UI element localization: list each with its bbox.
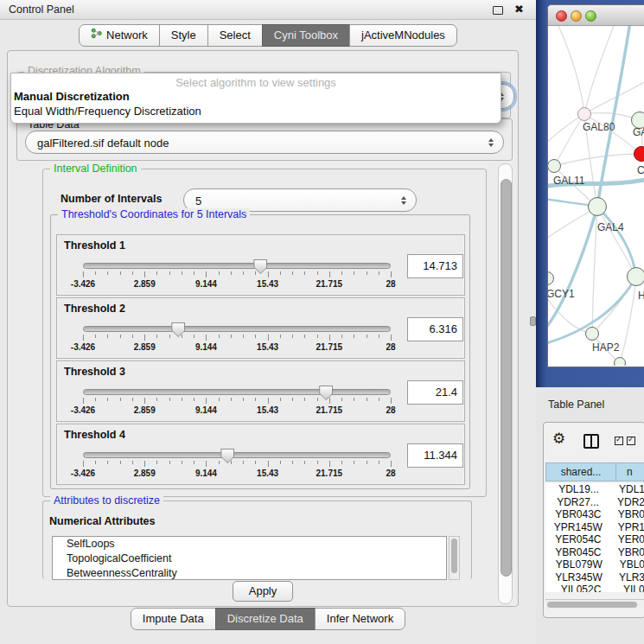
threshold-1-slider[interactable]: -3.4262.8599.14415.4321.71528 (83, 259, 391, 289)
checkbox-icon[interactable] (627, 437, 635, 445)
cell[interactable]: YBR0 (611, 546, 644, 559)
thresholds-coordinates-group: Threshold's Coordinates for 5 Intervals … (50, 214, 470, 489)
table-row[interactable]: YLR345WYLR3 (545, 571, 644, 584)
tab-infer-network[interactable]: Infer Network (315, 608, 405, 630)
cell[interactable]: YBR043C (545, 508, 611, 521)
close-traffic-light-icon[interactable] (556, 10, 567, 22)
table-row[interactable]: YDL19...YDL1 (545, 483, 644, 496)
node-bottom[interactable] (614, 357, 626, 366)
attributes-list-scrollbar[interactable] (449, 536, 460, 580)
threshold-4-value-field[interactable]: 11.344 (407, 443, 463, 468)
cell[interactable]: YLR345W (545, 571, 612, 584)
slider-track[interactable] (83, 452, 391, 458)
network-canvas: GAL80 GA C GAL11 GAL4 GCY1 H HAP2 (548, 26, 644, 366)
threshold-1-label: Threshold 1 (64, 239, 125, 252)
slider-track[interactable] (83, 326, 391, 332)
table-row[interactable]: YER054CYER0 (545, 533, 644, 546)
list-item[interactable]: BetweennessCentrality (53, 566, 446, 580)
tab-cyni-toolbox[interactable]: Cyni Toolbox (262, 24, 350, 47)
close-icon[interactable]: ✖ (514, 3, 524, 16)
interval-definition-group-label: Interval Definition (50, 163, 141, 175)
tab-cyni-toolbox-label: Cyni Toolbox (274, 25, 338, 46)
threshold-2-value-field[interactable]: 6.316 (407, 317, 463, 341)
threshold-3-value-field[interactable]: 21.4 (407, 380, 463, 405)
cell[interactable]: YBL079W (545, 558, 613, 571)
checkbox-icon[interactable] (615, 437, 623, 445)
column-header-name[interactable]: n (616, 462, 644, 481)
apply-button[interactable]: Apply (233, 581, 293, 602)
slider-track[interactable] (83, 263, 391, 269)
table-row[interactable]: YBL079WYBL0 (545, 558, 644, 571)
split-columns-icon[interactable] (583, 434, 599, 449)
cell[interactable]: YER0 (611, 533, 644, 546)
scrollbar-thumb[interactable] (547, 602, 637, 608)
split-pane-grip[interactable] (530, 316, 536, 326)
cell[interactable]: YBR0 (611, 508, 644, 521)
table-row[interactable]: YPR145WYPR1 (545, 521, 644, 534)
threshold-4-slider[interactable]: -3.4262.8599.14415.4321.71528 (83, 449, 391, 478)
algorithm-dropdown-popup: Select algorithm to view settings Manual… (10, 73, 501, 124)
table-panel-box: ⚙ shared... n YDL19...YDL1 YDR27...YDR2 … (543, 422, 644, 618)
slider-track[interactable] (83, 389, 391, 395)
scrollbar-thumb[interactable] (501, 179, 512, 577)
cell[interactable]: YPR145W (545, 521, 611, 534)
tab-jactivemnodules-label: jActiveMNodules (361, 25, 445, 46)
node-gal80[interactable] (577, 107, 591, 121)
attributes-group-label: Attributes to discretize (50, 494, 163, 507)
table-rows: YDL19...YDL1 YDR27...YDR2 YBR043CYBR0 YP… (545, 483, 644, 592)
threshold-4-section: Threshold 4 -3.4262.8599.14415.4321.7152… (56, 424, 465, 485)
table-row[interactable]: YIL052CYIL0 (545, 583, 644, 592)
table-row[interactable]: YDR27...YDR2 (545, 496, 644, 509)
cell[interactable]: YDR27... (545, 496, 610, 509)
cell[interactable]: YER054C (545, 533, 611, 546)
algorithm-option-manual[interactable]: Manual Discretization (14, 90, 130, 103)
network-view-window: GAL80 GA C GAL11 GAL4 GCY1 H HAP2 (547, 4, 644, 367)
numerical-attributes-list[interactable]: SelfLoops TopologicalCoefficient Between… (52, 536, 447, 580)
node-label: C (637, 164, 644, 176)
table-horizontal-scrollbar[interactable] (545, 599, 644, 609)
node-gal4[interactable] (588, 197, 607, 216)
tab-jactivemnodules[interactable]: jActiveMNodules (349, 24, 457, 47)
minimize-traffic-light-icon[interactable] (571, 10, 582, 22)
algorithm-option-equal-width[interactable]: Equal Width/Frequency Discretization (14, 105, 201, 118)
cell[interactable]: YDR2 (610, 496, 644, 509)
float-window-icon[interactable] (493, 6, 503, 15)
node-label: HAP2 (592, 341, 619, 354)
node-highlighted-red[interactable] (634, 146, 644, 162)
cell[interactable]: YDL19... (545, 483, 612, 496)
node-h[interactable] (627, 267, 644, 286)
node-hap2[interactable] (585, 327, 599, 341)
table-panel: Table Panel ⚙ shared... n YDL19...YDL1 Y… (536, 387, 644, 644)
desktop-background: GAL80 GA C GAL11 GAL4 GCY1 H HAP2 (536, 0, 644, 387)
threshold-1-value-field[interactable]: 14.713 (407, 254, 463, 278)
cell[interactable]: YLR3 (612, 571, 644, 584)
slider-ticks (83, 335, 391, 341)
table-row[interactable]: YBR045CYBR0 (545, 546, 644, 559)
tab-discretize-data[interactable]: Discretize Data (215, 608, 316, 630)
threshold-2-slider[interactable]: -3.4262.8599.14415.4321.71528 (83, 322, 391, 352)
node-label: GA (633, 126, 644, 138)
cell[interactable]: YBR045C (545, 546, 611, 559)
cell[interactable]: YIL052C (545, 583, 616, 592)
threshold-3-slider[interactable]: -3.4262.8599.14415.4321.71528 (83, 386, 391, 415)
tab-impute-data[interactable]: Impute Data (131, 608, 216, 630)
number-of-intervals-label: Number of Intervals (61, 193, 162, 205)
list-item[interactable]: TopologicalCoefficient (53, 552, 446, 566)
tab-network[interactable]: Network (79, 24, 160, 47)
column-header-shared[interactable]: shared... (545, 462, 616, 481)
slider-tick-labels: -3.4262.8599.14415.4321.71528 (83, 279, 391, 290)
cell[interactable]: YIL0 (616, 583, 644, 592)
tab-style-label: Style (171, 25, 196, 46)
tab-style[interactable]: Style (159, 24, 208, 47)
cell[interactable]: YPR1 (611, 521, 644, 534)
list-item[interactable]: SelfLoops (53, 537, 446, 552)
zoom-traffic-light-icon[interactable] (585, 10, 596, 22)
panel-vertical-scrollbar[interactable] (498, 163, 513, 604)
table-data-select[interactable]: galFiltered.sif default node (25, 131, 504, 154)
tab-select[interactable]: Select (207, 24, 263, 47)
gear-icon[interactable]: ⚙ (552, 430, 565, 448)
table-row[interactable]: YBR043CYBR0 (545, 508, 644, 521)
cell[interactable]: YBL0 (613, 558, 644, 571)
scrollbar-thumb[interactable] (451, 539, 457, 573)
cell[interactable]: YDL1 (612, 483, 644, 496)
